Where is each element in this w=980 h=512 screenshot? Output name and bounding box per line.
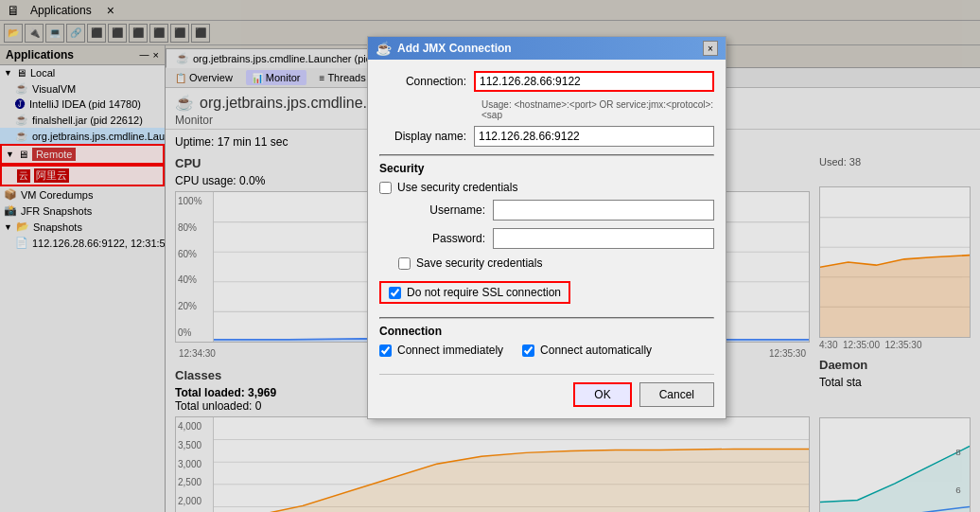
connect-immediately-label: Connect immediately [397,344,503,357]
connect-immediately-row: Connect immediately [379,344,503,357]
displayname-label: Display name: [379,130,474,143]
cancel-button[interactable]: Cancel [639,382,714,407]
use-security-row: Use security credentials [379,181,714,194]
save-cred-checkbox[interactable] [398,257,411,270]
username-row: Username: [398,200,714,221]
dialog-title: ☕ Add JMX Connection [376,41,512,56]
main-container: 🖥 Applications × 📂 🔌 💻 🔗 ⬛ ⬛ ⬛ ⬛ ⬛ ⬛ App… [0,0,980,512]
connection-options: Connect immediately Connect automaticall… [379,344,714,362]
ssl-label: Do not require SSL connection [407,286,561,299]
connection-title: Connection [379,325,714,338]
ssl-row: Do not require SSL connection [379,281,570,304]
add-jmx-dialog: ☕ Add JMX Connection × Connection: Usage… [367,36,726,419]
ok-button[interactable]: OK [573,382,631,407]
dialog-title-bar: ☕ Add JMX Connection × [368,37,726,60]
dialog-body: Connection: Usage: <hostname>:<port> OR … [368,60,726,418]
use-security-checkbox[interactable] [379,182,392,194]
dialog-overlay: ☕ Add JMX Connection × Connection: Usage… [0,0,980,512]
connection-row: Connection: [379,71,714,92]
password-label: Password: [398,232,493,245]
security-title: Security [379,162,714,175]
connection-divider [379,317,714,319]
dialog-close-button[interactable]: × [703,41,718,56]
connection-input[interactable] [474,71,714,92]
displayname-row: Display name: [379,126,714,147]
ssl-checkbox[interactable] [389,287,401,299]
connect-auto-label: Connect automatically [540,344,652,357]
dialog-title-text: Add JMX Connection [397,42,512,55]
dialog-title-icon: ☕ [376,41,392,56]
password-input[interactable] [493,228,714,249]
displayname-input[interactable] [474,126,714,147]
save-cred-row: Save security credentials [379,256,714,270]
connect-immediately-checkbox[interactable] [379,344,392,357]
password-row: Password: [398,228,714,249]
dialog-buttons: OK Cancel [379,374,714,407]
username-input[interactable] [493,200,714,221]
connect-auto-checkbox[interactable] [522,344,534,357]
username-label: Username: [398,203,493,217]
security-divider [379,154,714,156]
connection-hint: Usage: <hostname>:<port> OR service:jmx:… [379,99,714,120]
use-security-label: Use security credentials [397,181,517,194]
connection-label: Connection: [379,75,474,88]
save-cred-label: Save security credentials [416,256,542,270]
connect-auto-row: Connect automatically [522,344,652,357]
